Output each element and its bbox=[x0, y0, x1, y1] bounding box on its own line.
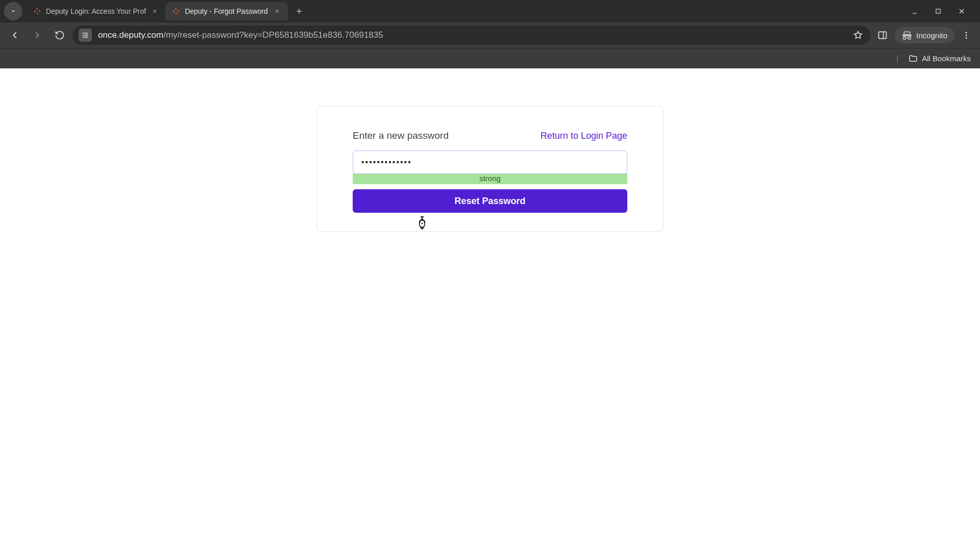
svg-point-4 bbox=[966, 35, 967, 36]
incognito-label: Incognito bbox=[916, 31, 947, 40]
reset-password-button[interactable]: Reset Password bbox=[353, 189, 627, 213]
tab-title: Deputy Login: Access Your Prof bbox=[46, 7, 146, 15]
maximize-button[interactable] bbox=[931, 4, 945, 18]
tab-title: Deputy - Forgot Password bbox=[185, 7, 268, 15]
new-password-input[interactable] bbox=[353, 151, 627, 174]
back-button[interactable] bbox=[5, 26, 24, 45]
separator: | bbox=[896, 54, 898, 63]
page-content: Enter a new password Return to Login Pag… bbox=[0, 68, 980, 551]
svg-point-5 bbox=[966, 37, 967, 39]
deputy-favicon-icon bbox=[172, 7, 181, 16]
side-panel-icon[interactable] bbox=[873, 26, 892, 44]
all-bookmarks-button[interactable]: All Bookmarks bbox=[909, 54, 971, 63]
all-bookmarks-label: All Bookmarks bbox=[922, 54, 971, 63]
browser-chrome: Deputy Login: Access Your Prof Deputy - … bbox=[0, 0, 980, 68]
forward-button[interactable] bbox=[28, 26, 47, 45]
close-icon[interactable] bbox=[150, 7, 159, 16]
window-controls bbox=[908, 4, 976, 18]
minimize-button[interactable] bbox=[908, 4, 922, 18]
url-text: once.deputy.com/my/reset-password?key=DP… bbox=[98, 30, 842, 40]
return-to-login-link[interactable]: Return to Login Page bbox=[541, 131, 627, 141]
reset-password-card: Enter a new password Return to Login Pag… bbox=[316, 106, 664, 232]
reload-button[interactable] bbox=[50, 26, 69, 45]
incognito-indicator[interactable]: Incognito bbox=[895, 27, 954, 43]
close-icon[interactable] bbox=[273, 7, 282, 16]
tab-search-button[interactable] bbox=[4, 2, 22, 20]
password-strength-bar: strong bbox=[353, 173, 627, 184]
svg-point-3 bbox=[966, 32, 967, 33]
svg-rect-2 bbox=[879, 32, 887, 38]
deputy-favicon-icon bbox=[33, 7, 42, 16]
new-tab-button[interactable] bbox=[291, 3, 307, 19]
site-info-icon[interactable] bbox=[79, 29, 92, 42]
address-toolbar: once.deputy.com/my/reset-password?key=DP… bbox=[0, 22, 980, 48]
close-window-button[interactable] bbox=[954, 4, 969, 18]
svg-rect-0 bbox=[936, 9, 940, 13]
svg-point-1 bbox=[86, 35, 87, 36]
tab-strip: Deputy Login: Access Your Prof Deputy - … bbox=[0, 0, 980, 22]
address-bar[interactable]: once.deputy.com/my/reset-password?key=DP… bbox=[72, 26, 870, 45]
chrome-menu-button[interactable] bbox=[958, 27, 975, 44]
tab-deputy-forgot-password[interactable]: Deputy - Forgot Password bbox=[165, 2, 288, 20]
bookmarks-bar: | All Bookmarks bbox=[0, 48, 980, 68]
tab-deputy-login[interactable]: Deputy Login: Access Your Prof bbox=[27, 2, 165, 20]
form-label: Enter a new password bbox=[353, 130, 449, 141]
bookmark-star-icon[interactable] bbox=[852, 29, 864, 41]
